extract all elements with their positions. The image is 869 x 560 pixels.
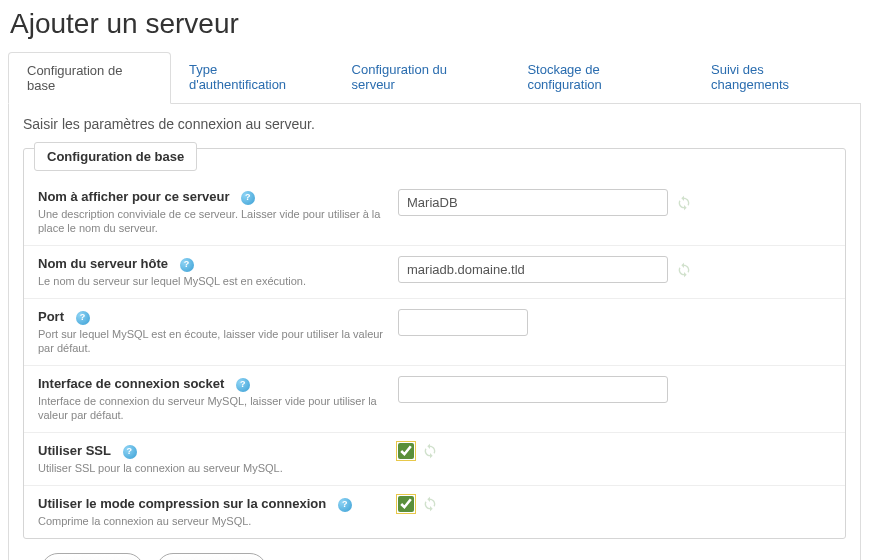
tab-auth-type[interactable]: Type d'authentification bbox=[171, 52, 334, 103]
reset-icon[interactable] bbox=[422, 496, 438, 512]
label-port: Port bbox=[38, 309, 64, 324]
checkbox-ssl[interactable] bbox=[398, 443, 414, 459]
reset-button[interactable]: Réinitialiser bbox=[156, 553, 266, 560]
field-row-compress: Utiliser le mode compression sur la conn… bbox=[24, 486, 845, 538]
field-row-display-name: Nom à afficher pour ce serveur Une descr… bbox=[24, 179, 845, 246]
button-row: Appliquer Réinitialiser bbox=[23, 543, 846, 560]
help-icon[interactable] bbox=[180, 258, 194, 272]
field-row-hostname: Nom du serveur hôte Le nom du serveur su… bbox=[24, 246, 845, 299]
tab-server-config[interactable]: Configuration du serveur bbox=[334, 52, 510, 103]
input-socket[interactable] bbox=[398, 376, 668, 403]
field-row-socket: Interface de connexion socket Interface … bbox=[24, 366, 845, 433]
help-icon[interactable] bbox=[123, 445, 137, 459]
tab-change-tracking[interactable]: Suivi des changements bbox=[693, 52, 861, 103]
input-port[interactable] bbox=[398, 309, 528, 336]
reset-icon[interactable] bbox=[676, 195, 692, 211]
label-hostname: Nom du serveur hôte bbox=[38, 256, 168, 271]
help-icon[interactable] bbox=[338, 498, 352, 512]
label-socket: Interface de connexion socket bbox=[38, 376, 224, 391]
fieldset-basic-config: Configuration de base Nom à afficher pou… bbox=[23, 148, 846, 539]
help-icon[interactable] bbox=[236, 378, 250, 392]
desc-port: Port sur lequel MySQL est en écoute, lai… bbox=[38, 327, 388, 356]
help-icon[interactable] bbox=[76, 311, 90, 325]
apply-button[interactable]: Appliquer bbox=[41, 553, 144, 560]
field-row-port: Port Port sur lequel MySQL est en écoute… bbox=[24, 299, 845, 366]
intro-text: Saisir les paramètres de connexion au se… bbox=[23, 116, 846, 132]
reset-icon[interactable] bbox=[676, 262, 692, 278]
help-icon[interactable] bbox=[241, 191, 255, 205]
tab-config-storage[interactable]: Stockage de configuration bbox=[509, 52, 693, 103]
tab-panel: Saisir les paramètres de connexion au se… bbox=[8, 104, 861, 560]
tab-basic-config[interactable]: Configuration de base bbox=[8, 52, 171, 104]
desc-compress: Comprime la connexion au serveur MySQL. bbox=[38, 514, 388, 528]
fieldset-legend: Configuration de base bbox=[34, 142, 197, 171]
label-compress: Utiliser le mode compression sur la conn… bbox=[38, 496, 326, 511]
desc-display-name: Une description conviviale de ce serveur… bbox=[38, 207, 388, 236]
desc-socket: Interface de connexion du serveur MySQL,… bbox=[38, 394, 388, 423]
input-display-name[interactable] bbox=[398, 189, 668, 216]
page-title: Ajouter un serveur bbox=[0, 0, 869, 52]
label-display-name: Nom à afficher pour ce serveur bbox=[38, 189, 229, 204]
tabs: Configuration de base Type d'authentific… bbox=[8, 52, 861, 104]
reset-icon[interactable] bbox=[422, 443, 438, 459]
label-ssl: Utiliser SSL bbox=[38, 443, 111, 458]
desc-ssl: Utiliser SSL pour la connexion au serveu… bbox=[38, 461, 388, 475]
input-hostname[interactable] bbox=[398, 256, 668, 283]
field-row-ssl: Utiliser SSL Utiliser SSL pour la connex… bbox=[24, 433, 845, 486]
desc-hostname: Le nom du serveur sur lequel MySQL est e… bbox=[38, 274, 388, 288]
checkbox-compress[interactable] bbox=[398, 496, 414, 512]
